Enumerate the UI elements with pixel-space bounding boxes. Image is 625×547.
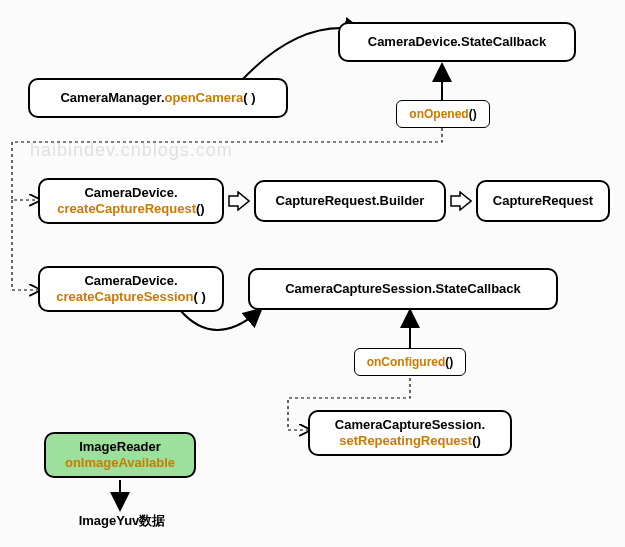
node-set-repeating-request: CameraCaptureSession. setRepeatingReques…	[308, 410, 512, 456]
text-ir-method: onImageAvailable	[65, 455, 175, 471]
node-image-reader: ImageReader onImageAvailable	[44, 432, 196, 478]
node-create-capture-session: CameraDevice. createCaptureSession( )	[38, 266, 224, 312]
text-on-configured: onConfigured()	[367, 355, 454, 370]
hollow-arrow-1	[228, 191, 250, 211]
node-create-capture-request: CameraDevice. createCaptureRequest()	[38, 178, 224, 224]
text-ssc: CameraCaptureSession.StateCallback	[285, 281, 521, 297]
text-ir-prefix: ImageReader	[79, 439, 161, 455]
text-crb: CaptureRequest.Builder	[276, 193, 425, 209]
text-ccs-method: createCaptureSession( )	[56, 289, 206, 305]
text-srr-method: setRepeatingRequest()	[339, 433, 481, 449]
node-on-configured: onConfigured()	[354, 348, 466, 376]
text-open-camera: CameraManager.openCamera( )	[60, 90, 255, 106]
node-session-state-callback: CameraCaptureSession.StateCallback	[248, 268, 558, 310]
node-capture-request-builder: CaptureRequest.Builder	[254, 180, 446, 222]
diagram-canvas: haibindev.cnblogs.com CameraDevice.State…	[0, 0, 625, 547]
text-ccr-method: createCaptureRequest()	[57, 201, 204, 217]
text-ccs-prefix: CameraDevice.	[84, 273, 177, 289]
hollow-arrow-2	[450, 191, 472, 211]
node-state-callback: CameraDevice.StateCallback	[338, 22, 576, 62]
text-state-callback: CameraDevice.StateCallback	[368, 34, 547, 50]
node-capture-request: CaptureRequest	[476, 180, 610, 222]
text-ccr-prefix: CameraDevice.	[84, 185, 177, 201]
node-open-camera: CameraManager.openCamera( )	[28, 78, 288, 118]
label-image-yuv: ImageYuv数据	[72, 512, 172, 530]
text-cr: CaptureRequest	[493, 193, 593, 209]
text-on-opened: onOpened()	[409, 107, 476, 122]
node-on-opened: onOpened()	[396, 100, 490, 128]
text-srr-prefix: CameraCaptureSession.	[335, 417, 485, 433]
watermark-text: haibindev.cnblogs.com	[30, 140, 233, 161]
